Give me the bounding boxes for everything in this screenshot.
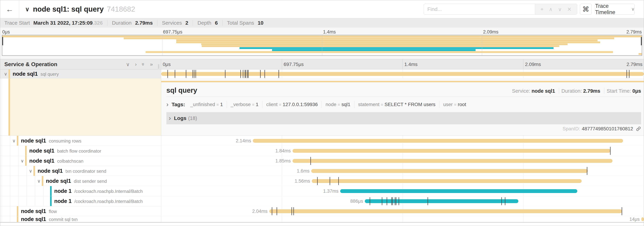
prev-match-icon[interactable]: ∧ <box>549 6 553 12</box>
log-tick <box>370 197 370 205</box>
span-bar-cell[interactable]: 14μs <box>161 216 644 222</box>
log-tick <box>196 70 196 78</box>
tag-value: SELECT * FROM users <box>384 102 436 107</box>
chevron-right-icon: › <box>166 101 168 108</box>
link-icon[interactable] <box>636 126 641 131</box>
column-resize-handle[interactable]: ∥ <box>158 64 160 69</box>
span-operation-name: sql query <box>40 72 59 77</box>
trace-start-ms: .326 <box>93 20 103 26</box>
span-name-cell[interactable]: ∨node sql1colbatchscan <box>0 156 161 166</box>
minimap-span-bar <box>272 49 475 51</box>
services-label: Services <box>162 20 182 26</box>
span-bar-cell[interactable]: 886μs <box>161 196 644 206</box>
tags-section-toggle[interactable]: › Tags: _unfinished=1_verbose=1client=12… <box>166 97 641 112</box>
collapse-all-icon[interactable]: ∨ <box>126 61 130 67</box>
span-row: ∨node sql1consuming rows2.14ms <box>0 136 644 146</box>
view-selector-button[interactable]: Trace Timeline ∨ <box>595 4 635 15</box>
depth-value: 6 <box>215 20 218 26</box>
span-bar-cell[interactable]: 1.85ms <box>161 156 644 166</box>
detail-gutter-highlight <box>8 78 161 136</box>
log-tick <box>168 70 168 78</box>
timeline-gridline <box>282 216 282 222</box>
span-name-cell[interactable]: node 1/cockroach.roachpb.Internal/Batch <box>0 196 161 206</box>
service-value: node sql1 <box>532 88 555 94</box>
log-tick <box>398 197 399 205</box>
span-bar-cell[interactable]: 1.84ms <box>161 146 644 156</box>
span-row: ∨node sql1txn coordinator send1.6ms <box>0 166 644 176</box>
span-name-cell[interactable]: ∨node sql1consuming rows <box>0 136 161 146</box>
span-service-name: node sql1 <box>29 158 54 164</box>
minimap-axis-tick-label: 1.4ms <box>323 29 336 35</box>
tree-depth-guide <box>35 196 35 206</box>
expand-one-icon[interactable]: › <box>135 61 137 67</box>
span-name: node sql1commit sql txn <box>21 216 78 222</box>
tag-item: user=root <box>439 101 470 108</box>
tree-depth-guide <box>26 176 27 186</box>
chevron-down-icon[interactable]: ∨ <box>20 159 24 163</box>
logs-section-toggle[interactable]: › Logs (18) <box>166 112 641 124</box>
span-name-cell[interactable]: node sql1batch flow coordinator <box>0 146 161 156</box>
tag-value: root <box>458 102 466 107</box>
span-service-name: node sql1 <box>38 168 63 174</box>
log-tick <box>587 167 587 175</box>
span-bar-cell[interactable]: 2.04ms <box>161 206 644 216</box>
tag-key: _verbose <box>231 102 250 107</box>
find-input[interactable] <box>424 4 535 15</box>
focus-match-icon[interactable]: ⌖ <box>540 6 544 12</box>
collapse-trace-chevron-icon[interactable]: ∨ <box>25 6 30 13</box>
keyboard-shortcuts-button[interactable]: ⌘ <box>580 4 592 15</box>
timeline-header-tick: 697.75μs <box>282 59 304 69</box>
span-row: ∨node sql1colbatchscan1.85ms <box>0 156 644 166</box>
collapse-deep-icon[interactable]: » <box>140 63 146 66</box>
span-name-cell[interactable]: node sql1commit sql txn <box>0 216 161 222</box>
next-match-icon[interactable]: ∨ <box>558 6 562 12</box>
span-bar-cell[interactable]: 1.56ms <box>161 176 644 186</box>
chevron-down-icon[interactable]: ∨ <box>4 72 7 76</box>
log-tick <box>264 70 265 78</box>
tree-depth-guide <box>26 196 27 206</box>
minimap-span-bar <box>146 51 613 53</box>
chevron-down-icon[interactable]: ∨ <box>37 179 40 183</box>
span-operation-name: /cockroach.roachpb.Internal/Batch <box>74 189 143 194</box>
trace-start-value: March 31 2022, 17:25:09 <box>34 20 93 26</box>
logs-count: (18) <box>188 115 197 121</box>
trace-duration: Duration 2.79ms <box>108 20 158 26</box>
span-bar-cell[interactable] <box>161 69 644 78</box>
log-tick <box>194 70 194 78</box>
span-operation-name: flow <box>49 209 57 214</box>
span-color-bar <box>25 156 27 166</box>
span-name: node sql1dist sender send <box>46 178 107 184</box>
log-tick <box>629 70 630 78</box>
span-name-cell[interactable]: ∨node sql1txn coordinator send <box>0 166 161 176</box>
expand-all-icon[interactable]: » <box>150 61 153 67</box>
trace-summary-bar: Trace Start March 31 2022, 17:25:09.326 … <box>0 18 644 28</box>
tree-depth-guide <box>2 136 2 146</box>
timeline-gridline <box>523 196 524 206</box>
span-bar-cell[interactable]: 1.6ms <box>161 166 644 176</box>
span-bar-cell[interactable]: 1.37ms <box>161 186 644 196</box>
minimap-right-scrubber[interactable] <box>641 37 642 45</box>
log-tick <box>248 70 248 78</box>
tag-value: 127.0.0.1:59936 <box>283 102 318 107</box>
minimap-left-scrubber[interactable] <box>2 37 3 45</box>
chevron-down-icon[interactable]: ∨ <box>29 169 32 173</box>
clear-find-icon[interactable]: ✕ <box>567 6 572 12</box>
tags-list: _unfinished=1_verbose=1client=127.0.0.1:… <box>186 101 470 108</box>
depth-label: Depth <box>198 20 211 26</box>
minimap[interactable] <box>2 35 642 56</box>
log-tick <box>330 177 330 185</box>
span-name-cell[interactable]: node 1/cockroach.roachpb.Internal/Batch <box>0 186 161 196</box>
span-bar-cell[interactable]: 2.14ms <box>161 136 644 146</box>
minimap-axis-tick-label: 697.75μs <box>163 29 182 35</box>
span-row: node sql1flow2.04ms <box>0 206 644 216</box>
log-tick <box>245 70 245 78</box>
find-buttons: ⌖ ∧ ∨ ✕ <box>535 4 577 15</box>
tree-depth-guide <box>2 146 2 156</box>
span-bar <box>365 199 518 203</box>
span-name-cell[interactable]: node sql1flow <box>0 206 161 216</box>
span-name-cell[interactable]: ∨node sql1dist sender send <box>0 176 161 186</box>
back-button[interactable]: ← <box>0 0 19 18</box>
span-name-cell[interactable]: ∨node sql1sql query <box>0 69 161 78</box>
log-tick <box>382 197 382 205</box>
chevron-down-icon[interactable]: ∨ <box>12 138 16 143</box>
